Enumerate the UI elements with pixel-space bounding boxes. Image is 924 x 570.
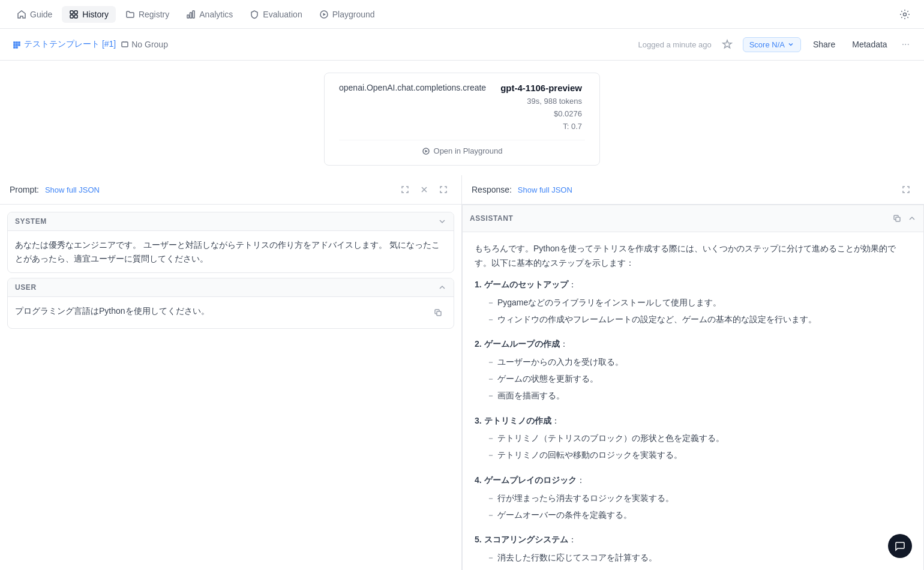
step-bullet-item: 画面を描画する。 [487,388,911,404]
svg-rect-5 [190,13,192,18]
step-bullet-item: 消去した行数に応じてスコアを計算する。 [487,550,911,566]
model-stats: 39s, 988 tokens$0.0276T: 0.7 [500,95,582,133]
response-step: 2. ゲームループの作成：ユーザーからの入力を受け取る。ゲームの状態を更新する。… [475,337,911,404]
svg-rect-4 [187,15,189,18]
user-message-body: プログラミング言語はPythonを使用してください。 [8,297,454,328]
copy-response-button[interactable] [889,210,905,227]
user-role-label: USER [15,283,37,292]
nav-item-history[interactable]: History [62,6,116,23]
step-bullet-item: テトリミノの回転や移動のロジックを実装する。 [487,447,911,464]
more-button[interactable]: ··· [899,37,912,52]
nav-right [895,5,914,24]
svg-marker-12 [425,149,428,152]
show-full-json-link[interactable]: Show full JSON [45,185,100,194]
system-collapse-chevron[interactable] [438,217,446,226]
prompt-title-area: Prompt: Show full JSON [10,185,100,194]
step-bullet-item: ウィンドウの作成やフレームレートの設定など、ゲームの基本的な設定を行います。 [487,311,911,328]
chat-bubble-button[interactable] [888,534,912,558]
svg-rect-1 [74,11,77,14]
svg-rect-10 [122,42,128,47]
model-card-area: openai.OpenAI.chat.completions.create gp… [0,61,924,175]
step-bullet-item: ユーザーからの入力を受け取る。 [487,354,911,371]
system-message-block: SYSTEM あなたは優秀なエンジニアです。 ユーザーと対話しながらテトリスの作… [7,212,454,273]
user-collapse-chevron[interactable] [438,283,446,292]
system-role-label: SYSTEM [15,217,47,226]
template-link[interactable]: テストテンプレート [#1] [12,39,116,50]
response-text: もちろんです。Pythonを使ってテトリスを作成する際には、いくつかのステップに… [475,242,911,570]
response-show-json-link[interactable]: Show full JSON [518,185,572,194]
step-bullet-item: ゲームオーバーの条件を定義する。 [487,507,911,524]
assistant-role-label: ASSISTANT [470,214,514,223]
user-message-header: USER [8,278,454,297]
nav-item-registry[interactable]: Registry [118,6,176,23]
response-fullscreen-icon[interactable] [898,181,914,198]
grid-icon [69,10,79,19]
nav-item-evaluation[interactable]: Evaluation [242,6,309,23]
response-panel: Response: Show full JSON ASSISTANT [462,175,924,570]
prompt-panel: Prompt: Show full JSON [0,175,462,570]
svg-rect-13 [437,311,441,316]
response-collapse-chevron[interactable] [908,214,916,223]
prompt-body: SYSTEM あなたは優秀なエンジニアです。 ユーザーと対話しながらテトリスの作… [0,205,461,570]
step-bullet-item: ゲームの状態を更新する。 [487,371,911,388]
response-step: 4. ゲームプレイのロジック：行が埋まったら消去するロジックを実装する。ゲームオ… [475,473,911,523]
star-button[interactable] [719,36,736,53]
system-message-body: あなたは優秀なエンジニアです。 ユーザーと対話しながらテトリスの作り方をアドバイ… [8,231,454,272]
home-icon [17,10,26,19]
settings-icon[interactable] [895,5,914,24]
no-group[interactable]: No Group [121,40,168,49]
svg-rect-3 [74,15,77,18]
main-nav: Guide History Registry [0,0,924,29]
model-card-inner: openai.OpenAI.chat.completions.create gp… [339,83,585,133]
score-button[interactable]: Score N/A [743,37,801,52]
step-bullet-item: Pygameなどのライブラリをインストールして使用します。 [487,295,911,311]
user-message-block: USER プログラミング言語はPythonを使用してください。 [7,278,454,329]
play-circle-icon [319,10,329,19]
svg-rect-0 [70,11,73,14]
header-bar-right: Logged a minute ago Score N/A Share Meta… [638,36,912,53]
svg-marker-8 [323,13,326,16]
response-title-area: Response: Show full JSON [472,185,572,194]
prompt-panel-header: Prompt: Show full JSON [0,175,461,205]
logged-text: Logged a minute ago [638,40,712,49]
response-step: 1. ゲームのセットアップ：Pygameなどのライブラリをインストールして使用し… [475,278,911,328]
copy-user-message-button[interactable] [430,304,446,321]
open-in-playground-link[interactable]: Open in Playground [339,140,585,155]
model-function: openai.OpenAI.chat.completions.create [339,83,486,92]
metadata-button[interactable]: Metadata [847,37,892,52]
prompt-title: Prompt: [10,185,39,194]
header-bar: テストテンプレート [#1] No Group Logged a minute … [0,29,924,61]
bar-chart-icon [186,10,196,19]
nav-item-guide[interactable]: Guide [10,6,59,23]
response-step: 5. スコアリングシステム：消去した行数に応じてスコアを計算する。 [475,533,911,566]
response-panel-header: Response: Show full JSON [462,175,924,205]
system-message-header: SYSTEM [8,212,454,231]
fullscreen-icon[interactable] [435,181,452,198]
prompt-panel-actions [397,181,452,198]
model-card: openai.OpenAI.chat.completions.create gp… [324,73,600,166]
main-content: Prompt: Show full JSON [0,175,924,570]
model-info: gpt-4-1106-preview 39s, 988 tokens$0.027… [500,83,582,133]
folder-icon [125,10,135,19]
response-step: 3. テトリミノの作成：テトリミノ（テトリスのブロック）の形状と色を定義する。テ… [475,414,911,464]
header-bar-left: テストテンプレート [#1] No Group [12,39,631,50]
model-name: gpt-4-1106-preview [500,83,582,93]
step-bullet-item: 行が埋まったら消去するロジックを実装する。 [487,490,911,507]
response-title: Response: [472,185,512,194]
close-icon[interactable] [416,181,433,198]
step-bullet-item: テトリミノ（テトリスのブロック）の形状と色を定義する。 [487,430,911,447]
svg-rect-14 [896,217,900,221]
expand-arrows-icon[interactable] [397,181,413,198]
svg-rect-2 [70,15,73,18]
nav-item-analytics[interactable]: Analytics [179,6,240,23]
shield-icon [250,10,259,19]
svg-point-9 [904,13,907,16]
assistant-header: ASSISTANT [463,205,923,232]
response-body: もちろんです。Pythonを使ってテトリスを作成する際には、いくつかのステップに… [463,232,923,570]
nav-item-playground[interactable]: Playground [312,6,382,23]
response-steps: 1. ゲームのセットアップ：Pygameなどのライブラリをインストールして使用し… [475,278,911,570]
nav-items: Guide History Registry [10,6,382,23]
share-button[interactable]: Share [808,37,840,52]
svg-rect-6 [193,11,194,18]
